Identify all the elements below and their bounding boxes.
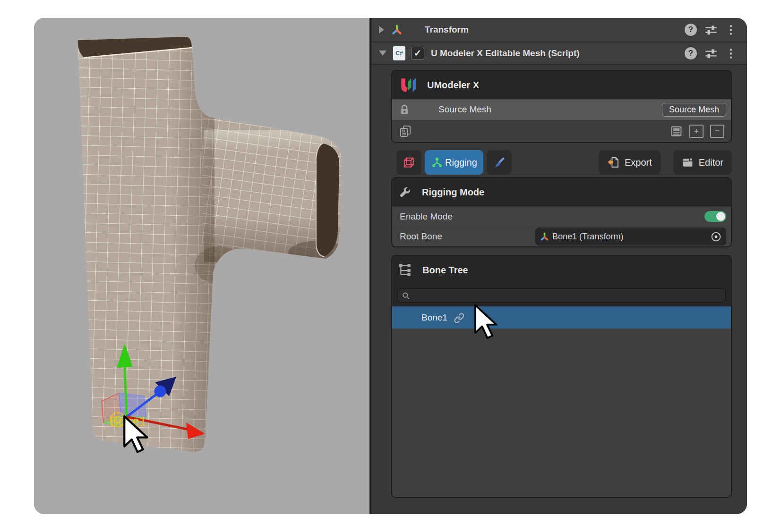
rigging-mode-panel: Rigging Mode Enable Mode Root Bone Bone1… (391, 177, 732, 247)
component-enabled-checkbox[interactable]: ✓ (411, 47, 424, 60)
transform-icon (391, 24, 403, 36)
gizmo-bone-label: Bone1 (110, 414, 146, 429)
source-mesh-label: Source Mesh (438, 104, 491, 115)
tab-rigging[interactable]: Rigging (425, 150, 483, 175)
mode-toolbar: Rigging Export (371, 150, 747, 175)
target-picker-icon (710, 231, 722, 243)
source-mesh-row[interactable]: Source Mesh Source Mesh (392, 99, 731, 119)
bone-tree-empty-area[interactable] (392, 329, 731, 497)
umodeler-logo (399, 77, 417, 93)
scene-viewport[interactable]: Bone1 (34, 18, 369, 514)
presets-icon[interactable] (704, 48, 718, 59)
export-icon (607, 156, 619, 169)
search-icon (402, 291, 410, 300)
component-title: U Modeler X Editable Mesh (Script) (431, 48, 580, 59)
more-menu-icon[interactable]: ⋮ (725, 24, 737, 35)
mesh-list-icon[interactable] (670, 125, 683, 137)
bone-tree-title: Bone Tree (422, 265, 468, 276)
export-label: Export (625, 157, 652, 168)
more-menu-icon[interactable]: ⋮ (725, 48, 737, 59)
editor-window: Bone1 Transform ? (34, 18, 747, 514)
z-axis-sphere[interactable] (154, 386, 166, 397)
link-icon (453, 312, 464, 323)
add-icon[interactable]: + (689, 125, 704, 138)
bone-tree-panel: Bone Tree Bone1 (391, 255, 732, 498)
object-picker-button[interactable] (707, 231, 725, 243)
toggle-knob (716, 212, 725, 221)
root-bone-value: Bone1 (Transform) (552, 232, 623, 242)
tab-rigging-label: Rigging (445, 157, 477, 168)
foldout-expanded-icon[interactable] (379, 51, 386, 56)
rig-icon (431, 156, 443, 169)
enable-mode-label: Enable Mode (400, 211, 453, 222)
root-bone-row: Root Bone Bone1 (Transform) (392, 227, 731, 246)
toolbar-gap (664, 150, 670, 175)
side-opening (316, 144, 339, 257)
spacer (371, 65, 747, 70)
csharp-script-icon: C# (393, 46, 405, 60)
editor-label: Editor (699, 157, 723, 168)
copy-mesh-icon[interactable] (399, 125, 412, 138)
rigging-mode-title: Rigging Mode (422, 187, 484, 198)
bone-search-input[interactable] (410, 291, 721, 300)
brush-icon (493, 156, 506, 169)
component-header-umodeler[interactable]: C# ✓ U Modeler X Editable Mesh (Script) … (371, 42, 747, 65)
bone-item-label: Bone1 (421, 312, 447, 323)
wrench-icon (399, 186, 412, 199)
wire-cube-icon (403, 156, 415, 169)
editor-button[interactable]: Editor (673, 150, 732, 175)
presets-icon[interactable] (704, 24, 718, 35)
spacer (371, 247, 747, 255)
umodeler-panel: UModeler X Source Mesh Source Mesh (391, 70, 732, 143)
umodeler-title-row: UModeler X (392, 71, 731, 99)
spacer (371, 143, 747, 150)
help-icon[interactable]: ? (685, 24, 697, 36)
inspector-panel: Transform ? ⋮ C# ✓ U Modeler X Editable … (371, 18, 747, 514)
bone-tree-header: Bone Tree (392, 256, 731, 284)
bone-search-area (392, 284, 731, 306)
foldout-collapsed-icon[interactable] (379, 26, 384, 34)
mesh-canvas: Bone1 (34, 18, 369, 514)
source-mesh-value-chip[interactable]: Source Mesh (662, 103, 726, 117)
enable-mode-row: Enable Mode (392, 206, 731, 226)
component-title: Transform (425, 25, 469, 35)
editor-window-icon (682, 157, 694, 169)
root-bone-label: Root Bone (400, 231, 442, 242)
remove-icon[interactable]: − (710, 125, 724, 138)
umodeler-icons-row: + − (392, 120, 731, 142)
component-header-transform[interactable]: Transform ? ⋮ (371, 18, 747, 42)
enable-mode-toggle[interactable] (704, 211, 726, 222)
root-bone-field[interactable]: Bone1 (Transform) (535, 228, 726, 245)
toolbar-spacer (515, 150, 595, 175)
rigging-mode-header: Rigging Mode (392, 178, 731, 206)
checkbox-check-icon: ✓ (414, 49, 421, 58)
lock-icon (399, 103, 410, 116)
umodeler-title: UModeler X (427, 80, 479, 91)
transform-icon (540, 232, 549, 242)
bone-tree-item-bone1[interactable]: Bone1 (392, 306, 731, 329)
export-button[interactable]: Export (599, 150, 661, 175)
tab-modeling[interactable] (396, 150, 421, 175)
bone-search-field[interactable] (397, 288, 726, 303)
tab-paint[interactable] (487, 150, 512, 175)
spacer (371, 506, 747, 514)
bone-tree-icon (399, 263, 412, 277)
help-icon[interactable]: ? (685, 47, 697, 59)
